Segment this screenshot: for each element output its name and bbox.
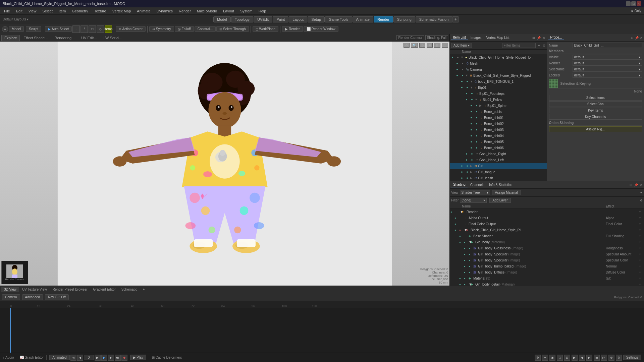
menu-vertex-map[interactable]: Vertex Map	[110, 8, 134, 14]
vis-icon[interactable]: ●	[469, 104, 474, 107]
vp-tab-explore[interactable]: Explore	[1, 35, 20, 41]
menu-item[interactable]: Item	[56, 8, 68, 14]
vp-icon-2[interactable]: 🔍	[411, 43, 418, 48]
item-list-expand[interactable]: ⊞	[532, 36, 535, 40]
vis2-icon[interactable]: ●	[465, 170, 470, 174]
vis2-icon[interactable]: ●	[474, 122, 479, 125]
play-btn[interactable]: ▶	[95, 355, 101, 361]
sculpt-btn[interactable]: Sculpt	[26, 26, 41, 32]
prop-expand[interactable]: ⊞	[631, 36, 634, 40]
play-all-btn[interactable]: ▶	[101, 355, 107, 361]
action-center-btn[interactable]: ⊕ Action Center	[116, 26, 146, 32]
menu-texture[interactable]: Texture	[92, 8, 109, 14]
prev-frame-btn[interactable]: ◀	[77, 355, 83, 361]
menu-layout[interactable]: Layout	[220, 8, 237, 14]
item-row[interactable]: ● ● ⬡ Mesh	[450, 60, 547, 66]
vp-icon-6[interactable]: ⬚	[442, 43, 448, 48]
symmetry-btn[interactable]: ⇔ Symmetry	[149, 26, 174, 32]
item-row[interactable]: ● ● ⬦ Bone_shirt04	[450, 133, 547, 139]
next-frame-btn[interactable]: ▶	[108, 355, 114, 361]
animated-btn[interactable]: Animated	[49, 355, 69, 360]
select-cha-btn[interactable]: Select Cha	[549, 101, 642, 107]
item-row[interactable]: ● ● ⬦ Bone_shirt02	[450, 121, 547, 127]
shader-vis[interactable]: ●	[459, 235, 464, 238]
vis2-icon[interactable]: ●	[474, 146, 479, 149]
shader-vis[interactable]: ●	[464, 247, 469, 250]
status-icon-11[interactable]: ⊕	[608, 355, 614, 361]
vp-icon-3[interactable]: ◎	[419, 43, 425, 48]
visible-dropdown[interactable]: default ▾	[573, 55, 642, 60]
status-icon-1[interactable]: ⚙	[535, 355, 541, 361]
shader-vis[interactable]: ●	[459, 241, 464, 244]
select-material-btn[interactable]: ◇	[97, 25, 104, 33]
item-row[interactable]: ● ● ⬦ Bip01_Footsteps	[450, 90, 547, 97]
vis-icon[interactable]: ●	[459, 170, 465, 174]
assign-rig-btn[interactable]: Assign Rig...	[549, 126, 642, 132]
constraint-btn[interactable]: Constrai...	[195, 26, 216, 32]
shader-vis[interactable]: ●	[464, 271, 469, 274]
vis-icon[interactable]: ●	[464, 98, 469, 101]
filter-items-input[interactable]	[502, 43, 536, 48]
shading-full-btn[interactable]: Shading: Full	[425, 35, 448, 40]
tab-item-list[interactable]: Item List	[451, 35, 468, 40]
vp-tab-rendering[interactable]: Rendering...	[51, 35, 77, 41]
status-icon-3[interactable]: ◉	[549, 355, 555, 361]
vis2-icon[interactable]: ●	[465, 86, 470, 89]
shader-row[interactable]: ● ▼ ● Render ▾	[450, 209, 644, 215]
filter-settings[interactable]: ⚙	[543, 44, 545, 47]
expand-icon[interactable]: ▼	[475, 98, 478, 101]
shader-row[interactable]: ● ◈ Base Shader Full Shading ▾	[450, 233, 644, 239]
ray-gl-btn[interactable]: Ray GL: Off	[45, 294, 69, 300]
shading-pin[interactable]: 📌	[634, 183, 638, 187]
shader-row[interactable]: ● ● 🖼 Girl_body_Specular (Image) Specula…	[450, 257, 644, 263]
shader-tree-dropdown[interactable]: Shader Tree ▾	[460, 190, 490, 195]
vis-icon[interactable]: ●	[454, 68, 460, 71]
key-items-btn[interactable]: Key Items	[549, 108, 642, 113]
item-row[interactable]: ● ● ⬦ Bone_shirt06	[450, 145, 547, 151]
shader-vis[interactable]: ●	[454, 217, 459, 220]
status-icon-4[interactable]: □	[557, 355, 563, 361]
expand-icon[interactable]: ▶	[479, 104, 483, 107]
status-icon-2[interactable]: ●	[542, 355, 548, 361]
shader-vis[interactable]: ●	[464, 253, 469, 256]
vis2-icon[interactable]: ●	[469, 92, 475, 95]
selectable-dropdown[interactable]: default ▾	[573, 67, 642, 72]
vp-tab-effect[interactable]: Effect Shade...	[20, 35, 51, 41]
shader-filter-icon2[interactable]: ⚙	[640, 199, 643, 202]
tab-properties[interactable]: Prope...	[548, 35, 564, 40]
mode-animate[interactable]: Animate	[353, 16, 373, 22]
vis-icon[interactable]: ●	[464, 92, 469, 95]
render-dropdown[interactable]: default ▾	[573, 61, 642, 66]
expand-icon[interactable]: ▶	[470, 176, 473, 180]
shader-vis[interactable]: ●	[450, 210, 455, 214]
graph-editor-status[interactable]: 📈 Graph Editor	[20, 356, 44, 359]
item-row[interactable]: ● ● ⬦ Bone_shirt03	[450, 127, 547, 133]
expand-icon[interactable]: ▼	[461, 56, 464, 59]
add-layer-btn[interactable]: Add Layer	[489, 198, 511, 203]
item-row[interactable]: ● ● ✦ Goal_Hand_Right	[450, 151, 547, 157]
play-label-btn[interactable]: ▶ Play	[130, 355, 146, 360]
vis2-icon[interactable]: ●	[469, 98, 475, 101]
vis-icon[interactable]: ●	[454, 62, 460, 65]
minimize-button[interactable]: ─	[626, 1, 631, 6]
vis-icon[interactable]: ●	[469, 134, 474, 137]
mode-setup[interactable]: Setup	[308, 16, 325, 22]
prop-pin[interactable]: 📌	[635, 36, 639, 40]
select-items-btn[interactable]: Select Items	[549, 95, 642, 101]
mode-scripting[interactable]: Scripting	[393, 16, 415, 22]
item-row[interactable]: ● ● ▼ ⬡ body_BFB_TONGUE_1	[450, 78, 547, 84]
expand-icon[interactable]: ▶	[470, 164, 473, 168]
locked-dropdown[interactable]: default ▾	[573, 73, 642, 78]
mode-paint[interactable]: Paint	[273, 16, 288, 22]
shader-vis[interactable]: ●	[454, 229, 459, 232]
timeline-track[interactable]	[0, 308, 644, 353]
status-icon-7[interactable]: ◀	[579, 355, 585, 361]
vis2-icon[interactable]: ●	[465, 176, 470, 180]
tab-shading[interactable]: Shading	[451, 182, 468, 187]
key-channels-btn[interactable]: Key Channels	[549, 114, 642, 120]
vp-tab-uv[interactable]: UV Edit...	[78, 35, 100, 41]
item-row[interactable]: ● ● 📷 Camera	[450, 66, 547, 72]
tab-info-stats[interactable]: Info & Statistics	[487, 183, 514, 187]
item-row[interactable]: ● ● ▼ ⊞ Black_Child_Girl_Home_Style_Rigg…	[450, 72, 547, 78]
vis-icon[interactable]: ●	[469, 110, 474, 113]
